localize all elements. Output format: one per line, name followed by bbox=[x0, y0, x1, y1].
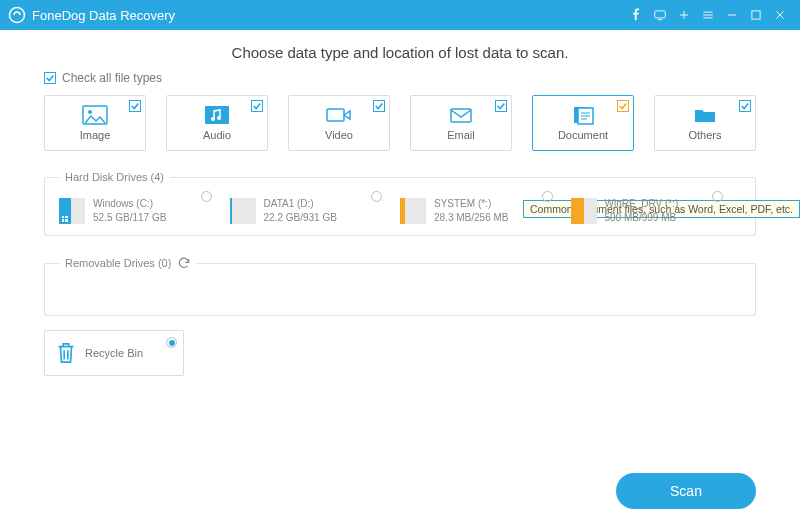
page-heading: Choose data type and location of lost da… bbox=[44, 44, 756, 61]
checkbox-icon bbox=[251, 100, 263, 112]
checkbox-icon bbox=[495, 100, 507, 112]
drive-info: SYSTEM (*:) 28.3 MB/256 MB bbox=[434, 197, 508, 225]
checkbox-icon bbox=[44, 72, 56, 84]
app-title: FoneDog Data Recovery bbox=[32, 8, 175, 23]
removable-legend: Removable Drives (0) bbox=[59, 256, 197, 270]
file-type-label: Image bbox=[80, 129, 111, 141]
drive-info: DATA1 (D:) 22.2 GB/931 GB bbox=[264, 197, 337, 225]
drive-size: 52.5 GB/117 GB bbox=[93, 211, 166, 225]
drive-option[interactable]: DATA1 (D:) 22.2 GB/931 GB bbox=[230, 193, 401, 229]
plus-icon[interactable] bbox=[672, 3, 696, 27]
drive-size: 22.2 GB/931 GB bbox=[264, 211, 337, 225]
checkbox-icon bbox=[739, 100, 751, 112]
drive-info: Windows (C:) 52.5 GB/117 GB bbox=[93, 197, 166, 225]
svg-rect-16 bbox=[230, 198, 232, 224]
file-type-video[interactable]: Video bbox=[288, 95, 390, 151]
checkbox-icon bbox=[129, 100, 141, 112]
drive-list: Windows (C:) 52.5 GB/117 GB DATA1 (D:) 2… bbox=[59, 193, 741, 229]
svg-rect-1 bbox=[655, 11, 666, 18]
trash-icon bbox=[55, 340, 77, 366]
svg-rect-15 bbox=[230, 198, 256, 224]
file-type-email[interactable]: Email bbox=[410, 95, 512, 151]
document-icon bbox=[570, 105, 596, 125]
drive-size: 500 MB/999 MB bbox=[605, 211, 679, 225]
removable-section: Removable Drives (0) bbox=[44, 256, 756, 316]
folder-icon bbox=[692, 105, 718, 125]
svg-rect-18 bbox=[400, 198, 405, 224]
feedback-icon[interactable] bbox=[648, 3, 672, 27]
scan-button[interactable]: Scan bbox=[616, 473, 756, 509]
checkbox-icon bbox=[373, 100, 385, 112]
svg-point-4 bbox=[88, 110, 92, 114]
check-all-file-types[interactable]: Check all file types bbox=[44, 71, 162, 85]
drive-size: 28.3 MB/256 MB bbox=[434, 211, 508, 225]
audio-icon bbox=[204, 105, 230, 125]
app-logo: FoneDog Data Recovery bbox=[8, 6, 175, 24]
main-content: Choose data type and location of lost da… bbox=[0, 30, 800, 376]
file-type-document[interactable]: Document bbox=[532, 95, 634, 151]
minimize-button[interactable] bbox=[720, 3, 744, 27]
recycle-bin-option[interactable]: Recycle Bin bbox=[44, 330, 184, 376]
drive-option[interactable]: Windows (C:) 52.5 GB/117 GB bbox=[59, 193, 230, 229]
file-type-grid: Image Audio Video Email Document bbox=[44, 95, 756, 151]
radio-icon bbox=[166, 337, 177, 348]
menu-icon[interactable] bbox=[696, 3, 720, 27]
svg-point-6 bbox=[211, 117, 215, 121]
file-type-label: Email bbox=[447, 129, 475, 141]
drive-icon bbox=[59, 198, 85, 224]
file-type-label: Audio bbox=[203, 129, 231, 141]
file-type-label: Document bbox=[558, 129, 608, 141]
file-type-label: Others bbox=[688, 129, 721, 141]
drive-name: DATA1 (D:) bbox=[264, 197, 337, 211]
radio-icon bbox=[201, 191, 212, 202]
file-type-label: Video bbox=[325, 129, 353, 141]
svg-rect-8 bbox=[327, 109, 344, 121]
radio-icon bbox=[542, 191, 553, 202]
maximize-button[interactable] bbox=[744, 3, 768, 27]
svg-rect-5 bbox=[205, 106, 229, 124]
facebook-icon[interactable] bbox=[624, 3, 648, 27]
drive-option[interactable]: SYSTEM (*:) 28.3 MB/256 MB bbox=[400, 193, 571, 229]
drive-icon bbox=[230, 198, 256, 224]
email-icon bbox=[448, 105, 474, 125]
hard-disk-legend: Hard Disk Drives (4) bbox=[59, 171, 170, 183]
hard-disk-section: Hard Disk Drives (4) Windows (C:) 52.5 G… bbox=[44, 171, 756, 236]
logo-icon bbox=[8, 6, 26, 24]
svg-rect-9 bbox=[451, 109, 471, 122]
file-type-others[interactable]: Others bbox=[654, 95, 756, 151]
checkbox-icon bbox=[617, 100, 629, 112]
check-all-label: Check all file types bbox=[62, 71, 162, 85]
drive-icon bbox=[571, 198, 597, 224]
recycle-bin-label: Recycle Bin bbox=[85, 347, 143, 359]
drive-name: WinRE_DRV (*:) bbox=[605, 197, 679, 211]
radio-icon bbox=[371, 191, 382, 202]
drive-info: WinRE_DRV (*:) 500 MB/999 MB bbox=[605, 197, 679, 225]
svg-rect-20 bbox=[571, 198, 584, 224]
drive-name: Windows (C:) bbox=[93, 197, 166, 211]
file-type-image[interactable]: Image bbox=[44, 95, 146, 151]
drive-icon bbox=[400, 198, 426, 224]
refresh-icon[interactable] bbox=[177, 256, 191, 270]
file-type-audio[interactable]: Audio bbox=[166, 95, 268, 151]
svg-point-7 bbox=[217, 116, 221, 120]
svg-rect-2 bbox=[752, 11, 760, 19]
image-icon bbox=[82, 105, 108, 125]
svg-point-0 bbox=[10, 8, 25, 23]
radio-icon bbox=[712, 191, 723, 202]
drive-name: SYSTEM (*:) bbox=[434, 197, 508, 211]
drive-option[interactable]: WinRE_DRV (*:) 500 MB/999 MB bbox=[571, 193, 742, 229]
close-button[interactable] bbox=[768, 3, 792, 27]
video-icon bbox=[326, 105, 352, 125]
titlebar: FoneDog Data Recovery bbox=[0, 0, 800, 30]
